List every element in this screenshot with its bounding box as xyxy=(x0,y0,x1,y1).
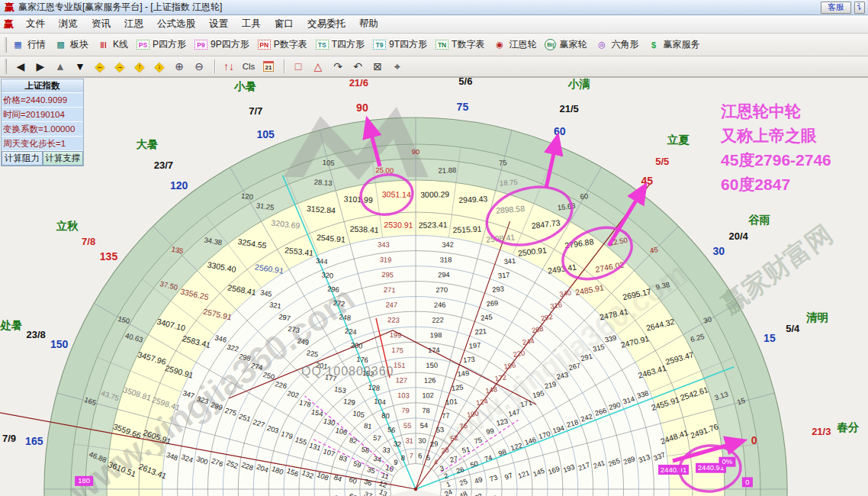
toolbar-9t-square-button[interactable]: T99T四方形 xyxy=(373,38,427,51)
tool-step-left-button[interactable]: ◆← xyxy=(91,58,109,75)
tool-center-tool-icon[interactable]: ⌖ xyxy=(388,58,407,75)
9p-square-label: 9P四方形 xyxy=(211,38,249,51)
panel-button-1[interactable]: 计算支撑 xyxy=(43,151,84,166)
wheel-label: 7 xyxy=(410,452,414,459)
menu-6[interactable]: 工具 xyxy=(235,16,268,32)
solar-term-label: 大暑 xyxy=(136,138,158,150)
date-label: 21/5 xyxy=(560,103,579,114)
toolbar-winner-service-button[interactable]: $赢家服务 xyxy=(647,38,699,51)
tool-zoom-in-icon[interactable]: ⊕ xyxy=(170,58,188,75)
customer-service-button[interactable]: 客服 xyxy=(821,2,851,14)
tool-maximize-icon[interactable]: ⊠ xyxy=(368,58,387,75)
hexagon-icon: ◎ xyxy=(595,39,608,50)
current-price-box: 2440.91 xyxy=(661,465,686,474)
percent-zero-box: 0% xyxy=(722,457,733,465)
kline-icon: ǁǀ xyxy=(97,39,110,50)
menu-5[interactable]: 设置 xyxy=(202,16,235,32)
wheel-label: 149 xyxy=(457,369,469,378)
wheel-label: 79 xyxy=(401,407,410,414)
toolbar-grip xyxy=(5,59,7,74)
toolbar-p-number-table-button[interactable]: PNP数字表 xyxy=(258,38,307,51)
tool-calendar-button[interactable]: 21 xyxy=(259,58,278,75)
tool-cls-button[interactable]: Cls xyxy=(240,58,258,75)
tool-step-down-button[interactable]: ◆↓ xyxy=(150,58,169,75)
wheel-label: 222 xyxy=(432,316,444,324)
wheel-label: 272 xyxy=(333,299,345,308)
menu-1[interactable]: 浏览 xyxy=(52,16,85,32)
wheel-label: 54 xyxy=(420,422,429,430)
tool-page-right-icon[interactable]: ▶ xyxy=(31,58,50,75)
outer-degree-label: 90 xyxy=(356,101,368,114)
degree-180-box: 180 xyxy=(78,476,90,485)
wheel-label: 150 xyxy=(426,362,438,370)
menu-9[interactable]: 帮助 xyxy=(352,16,385,32)
percent-value: 21.88 xyxy=(438,166,456,175)
menu-4[interactable]: 公式选股 xyxy=(150,16,202,32)
watermark-qq: QQ:100800360 xyxy=(301,365,394,378)
app-logo-icon: 赢 xyxy=(5,1,14,14)
tool-step-up-button[interactable]: ◆↑ xyxy=(130,58,149,75)
tool-rotate-up-icon[interactable]: ▲ xyxy=(51,58,69,75)
tool-page-left-icon[interactable]: ◀ xyxy=(11,58,30,75)
toolbar-grip xyxy=(5,37,7,53)
tool-rotate-ccw-icon[interactable]: ↶ xyxy=(349,58,367,75)
solar-term-label: 立夏 xyxy=(667,134,690,146)
tool-rotate-cw-icon[interactable]: ↷ xyxy=(329,58,347,75)
outer-degree-label: 135 xyxy=(100,250,118,262)
toolbar-separator xyxy=(284,60,285,73)
clipped-button[interactable]: 讠 xyxy=(854,2,865,14)
wheel-label: 173 xyxy=(463,356,475,364)
p-number-table-icon: PN xyxy=(258,40,271,50)
wheel-label: 125 xyxy=(452,384,464,392)
wheel-label: 245 xyxy=(481,313,493,321)
menu-0[interactable]: 文件 xyxy=(19,16,52,32)
wheel-label: 199 xyxy=(390,331,402,340)
wheel-label: 103 xyxy=(397,391,410,400)
toolbar-winner-wheel-button[interactable]: Bij赢家轮 xyxy=(545,38,587,51)
wheel-label: 320 xyxy=(321,271,333,279)
winner-wheel-icon: Bij xyxy=(545,39,556,50)
gann-annotation-note: 江恩轮中轮又称上帝之眼45度2796-274660度2847 xyxy=(721,99,831,197)
app-logo-icon: 赢 xyxy=(4,18,14,31)
tool-square-tool-icon[interactable]: □ xyxy=(289,58,307,75)
wheel-label: 317 xyxy=(498,271,510,279)
date-label: 7/9 xyxy=(2,433,16,444)
wheel-label: 175 xyxy=(391,346,403,355)
sectors-label: 板块 xyxy=(70,38,88,51)
wheel-label: 77 xyxy=(442,412,450,420)
step-left-arrow-icon: ← xyxy=(97,63,104,70)
tool-zoom-out-icon[interactable]: ⊖ xyxy=(190,58,208,75)
menu-7[interactable]: 窗口 xyxy=(268,16,301,32)
toolbar-9p-square-button[interactable]: P99P四方形 xyxy=(194,38,249,51)
outer-degree-label: 165 xyxy=(25,435,43,447)
toolbar-t-number-table-button[interactable]: TNT数字表 xyxy=(436,38,484,51)
toolbar-p-square-button[interactable]: PSP四方形 xyxy=(137,38,186,51)
toolbar-sectors-button[interactable]: ▩板块 xyxy=(54,38,88,51)
toolbar-t-square-button[interactable]: TST四方形 xyxy=(316,38,365,51)
toolbar-gann-wheel-button[interactable]: ◉江恩轮 xyxy=(493,38,536,51)
wheel-label: 6 xyxy=(418,452,423,459)
tool-updown-marks-icon[interactable]: ↑↓ xyxy=(220,58,238,75)
toolbar-kline-button[interactable]: ǁǀK线 xyxy=(97,38,128,51)
panel-button-0[interactable]: 计算阻力 xyxy=(2,151,43,166)
toolbar-quotes-button[interactable]: ▦行情 xyxy=(11,38,46,51)
wheel-label: 293 xyxy=(492,285,504,294)
menu-8[interactable]: 交易委托 xyxy=(301,16,352,32)
wheel-label: 248 xyxy=(339,313,351,321)
wheel-label: 224 xyxy=(345,327,357,336)
menu-2[interactable]: 资讯 xyxy=(85,16,117,32)
outer-price-value: 2949.43 xyxy=(458,194,488,205)
t-number-table-label: T数字表 xyxy=(452,38,484,51)
tool-step-right-button[interactable]: ◆→ xyxy=(111,58,129,75)
tool-rotate-down-icon[interactable]: ▼ xyxy=(71,58,89,75)
gann-wheel-label: 江恩轮 xyxy=(509,38,536,51)
wheel-label: 8 xyxy=(400,454,405,462)
toolbar-hexagon-button[interactable]: ◎六角形 xyxy=(595,38,638,51)
outer-degree-label: 15 xyxy=(764,332,776,344)
wheel-label: 5 xyxy=(426,454,430,462)
outer-price-value: 3000.29 xyxy=(420,189,449,199)
tool-triangle-tool-icon[interactable]: △ xyxy=(309,58,327,75)
step-down-arrow-icon: ↓ xyxy=(158,63,162,70)
menu-3[interactable]: 江恩 xyxy=(117,16,150,32)
kline-label: K线 xyxy=(113,38,128,51)
